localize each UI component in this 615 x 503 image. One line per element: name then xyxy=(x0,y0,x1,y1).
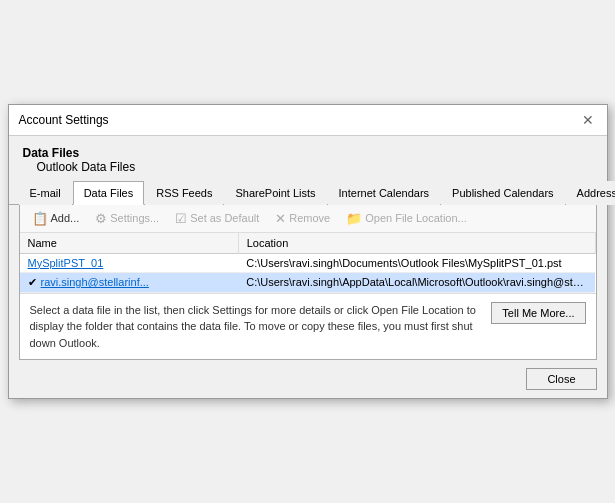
tab-internet-calendars[interactable]: Internet Calendars xyxy=(328,181,441,205)
table-area: Name Location MySplitPST_01C:\Users\ravi… xyxy=(20,233,596,294)
file-name-link[interactable]: MySplitPST_01 xyxy=(28,257,104,269)
breadcrumb-subtitle: Outlook Data Files xyxy=(23,160,593,174)
tell-me-more-button[interactable]: Tell Me More... xyxy=(491,302,585,324)
breadcrumb-title: Data Files xyxy=(23,146,593,160)
name-cell: ✔ravi.singh@stellarinf... xyxy=(28,276,231,289)
footer: Close xyxy=(9,360,607,398)
settings-label: Settings... xyxy=(110,212,159,224)
settings-icon: ⚙ xyxy=(95,211,107,226)
title-bar: Account Settings ✕ xyxy=(9,105,607,136)
settings-button[interactable]: ⚙ Settings... xyxy=(89,209,165,228)
table-row[interactable]: ✔ravi.singh@stellarinf...C:\Users\ravi.s… xyxy=(20,272,596,292)
tab-data-files[interactable]: Data Files xyxy=(73,181,145,205)
table-row[interactable]: MySplitPST_01C:\Users\ravi.singh\Documen… xyxy=(20,253,596,272)
data-files-table: Name Location MySplitPST_01C:\Users\ravi… xyxy=(20,233,596,293)
open-location-icon: 📁 xyxy=(346,211,362,226)
set-default-icon: ☑ xyxy=(175,211,187,226)
toolbar: 📋 Add... ⚙ Settings... ☑ Set as Default … xyxy=(20,205,596,233)
dialog-close-button[interactable]: ✕ xyxy=(579,111,597,129)
tab-rss-feeds[interactable]: RSS Feeds xyxy=(145,181,223,205)
col-header-name: Name xyxy=(20,233,239,254)
open-location-button[interactable]: 📁 Open File Location... xyxy=(340,209,473,228)
tabs-container: E-mail Data Files RSS Feeds SharePoint L… xyxy=(9,180,607,205)
file-location: C:\Users\ravi.singh\AppData\Local\Micros… xyxy=(238,272,595,292)
open-location-label: Open File Location... xyxy=(365,212,467,224)
file-name-link[interactable]: ravi.singh@stellarinf... xyxy=(41,276,149,288)
info-area: Select a data file in the list, then cli… xyxy=(20,294,596,360)
name-cell: MySplitPST_01 xyxy=(28,257,231,269)
breadcrumb-area: Data Files Outlook Data Files xyxy=(9,136,607,180)
add-label: Add... xyxy=(51,212,80,224)
remove-label: Remove xyxy=(289,212,330,224)
info-text: Select a data file in the list, then cli… xyxy=(30,302,482,352)
account-settings-dialog: Account Settings ✕ Data Files Outlook Da… xyxy=(8,104,608,400)
col-header-location: Location xyxy=(238,233,595,254)
set-default-button[interactable]: ☑ Set as Default xyxy=(169,209,265,228)
file-location: C:\Users\ravi.singh\Documents\Outlook Fi… xyxy=(238,253,595,272)
tab-sharepoint-lists[interactable]: SharePoint Lists xyxy=(224,181,326,205)
tab-address-books[interactable]: Address Books xyxy=(566,181,615,205)
remove-button[interactable]: ✕ Remove xyxy=(269,209,336,228)
tab-published-calendars[interactable]: Published Calendars xyxy=(441,181,565,205)
remove-icon: ✕ xyxy=(275,211,286,226)
checkmark-icon: ✔ xyxy=(28,276,37,289)
close-button[interactable]: Close xyxy=(526,368,596,390)
tab-email[interactable]: E-mail xyxy=(19,181,72,205)
add-icon: 📋 xyxy=(32,211,48,226)
add-button[interactable]: 📋 Add... xyxy=(26,209,86,228)
content-area: 📋 Add... ⚙ Settings... ☑ Set as Default … xyxy=(19,205,597,361)
set-default-label: Set as Default xyxy=(190,212,259,224)
dialog-title: Account Settings xyxy=(19,113,109,127)
